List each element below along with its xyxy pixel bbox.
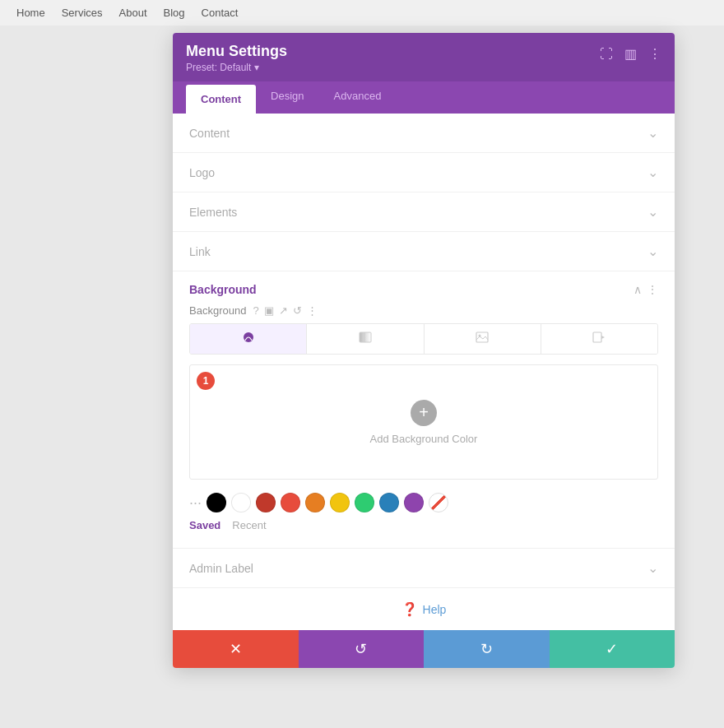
bg-section-header: Background ∧ ⋮	[189, 271, 658, 304]
swatch-none[interactable]	[429, 493, 448, 512]
swatch-tab-saved[interactable]: Saved	[189, 519, 220, 531]
admin-label-text: Admin Label	[189, 562, 253, 575]
section-admin-label[interactable]: Admin Label ⌄	[173, 549, 675, 588]
svg-marker-6	[601, 336, 605, 339]
swatch-darkred[interactable]	[256, 493, 276, 512]
section-elements[interactable]: Elements ⌄	[173, 192, 675, 232]
logo-chevron-icon: ⌄	[647, 165, 658, 180]
layout-icon[interactable]: ▥	[624, 46, 637, 62]
modal-preset[interactable]: Preset: Default ▾	[186, 62, 287, 73]
bg-collapse-icon[interactable]: ∧	[634, 283, 642, 296]
bg-type-color[interactable]	[190, 324, 307, 354]
color-swatches: ···	[189, 489, 658, 519]
modal-tabs: Content Design Advanced	[173, 81, 675, 114]
bg-type-gradient[interactable]	[307, 324, 424, 354]
save-button[interactable]: ✓	[550, 630, 675, 668]
section-link-label: Link	[189, 245, 211, 258]
nav-about[interactable]: About	[119, 7, 147, 19]
swatch-white[interactable]	[231, 493, 251, 512]
section-elements-label: Elements	[189, 206, 237, 219]
swatch-green[interactable]	[355, 493, 374, 512]
link-chevron-icon: ⌄	[647, 243, 658, 259]
tab-design[interactable]: Design	[256, 81, 318, 114]
nav-services[interactable]: Services	[62, 7, 103, 19]
fullscreen-icon[interactable]: ⛶	[600, 47, 613, 62]
section-link[interactable]: Link ⌄	[173, 232, 675, 271]
bg-help-icon[interactable]: ?	[253, 304, 258, 317]
section-content[interactable]: Content ⌄	[173, 114, 675, 153]
bg-section-title: Background	[189, 283, 257, 296]
elements-chevron-icon: ⌄	[647, 204, 658, 220]
bg-hover-icon[interactable]: ↗	[279, 304, 288, 317]
section-content-label: Content	[189, 127, 230, 140]
bg-more-icon[interactable]: ⋮	[647, 283, 658, 296]
section-logo[interactable]: Logo ⌄	[173, 153, 675, 192]
swatch-orange[interactable]	[305, 493, 325, 512]
help-icon[interactable]: ❓	[401, 601, 418, 617]
menu-settings-modal: Menu Settings Preset: Default ▾ ⛶ ▥ ⋮ Co…	[173, 33, 675, 668]
swatch-blue[interactable]	[379, 493, 399, 512]
bg-label: Background	[189, 304, 246, 317]
help-row: ❓ Help	[173, 588, 675, 630]
section-logo-label: Logo	[189, 166, 215, 179]
modal-header: Menu Settings Preset: Default ▾ ⛶ ▥ ⋮	[173, 33, 675, 81]
undo-button[interactable]: ↺	[299, 630, 425, 668]
content-chevron-icon: ⌄	[647, 125, 658, 141]
bg-type-image[interactable]	[425, 324, 541, 354]
color-area: 1 + Add Background Color	[189, 364, 658, 480]
section-background: Background ∧ ⋮ Background ? ▣ ↗ ↺ ⋮	[173, 271, 675, 549]
nav-home[interactable]: Home	[16, 7, 45, 19]
add-bg-circle-icon: +	[411, 400, 437, 426]
svg-rect-1	[360, 332, 371, 342]
modal-header-icons: ⛶ ▥ ⋮	[600, 46, 661, 62]
swatch-tab-recent[interactable]: Recent	[232, 519, 266, 531]
svg-rect-5	[593, 332, 601, 342]
tab-content[interactable]: Content	[186, 85, 256, 114]
modal-body: Content ⌄ Logo ⌄ Elements ⌄ Link ⌄ Backg…	[173, 114, 675, 630]
more-options-icon[interactable]: ⋮	[648, 46, 661, 62]
add-background-color-btn[interactable]: + Add Background Color	[370, 400, 478, 445]
tab-advanced[interactable]: Advanced	[319, 81, 397, 114]
swatch-tabs: Saved Recent	[189, 519, 658, 535]
add-bg-label: Add Background Color	[370, 433, 478, 445]
swatch-red[interactable]	[281, 493, 300, 512]
swatch-purple[interactable]	[404, 493, 424, 512]
nav-blog[interactable]: Blog	[164, 7, 185, 19]
modal-footer: ✕ ↺ ↻ ✓	[173, 630, 675, 668]
bg-options-icon[interactable]: ⋮	[307, 304, 318, 317]
swatches-more-icon[interactable]: ···	[189, 494, 202, 512]
bg-reset-icon[interactable]: ↺	[293, 304, 302, 317]
bg-label-row: Background ? ▣ ↗ ↺ ⋮	[189, 304, 658, 317]
bg-label-icons: ? ▣ ↗ ↺ ⋮	[253, 304, 317, 317]
swatch-yellow[interactable]	[330, 493, 350, 512]
top-navigation: Home Services About Blog Contact	[0, 0, 724, 26]
redo-button[interactable]: ↻	[424, 630, 550, 668]
swatch-black[interactable]	[207, 493, 226, 512]
color-index-badge: 1	[197, 372, 215, 390]
bg-header-icons: ∧ ⋮	[634, 283, 658, 296]
bg-type-video[interactable]	[541, 324, 657, 354]
modal-title: Menu Settings	[186, 43, 287, 60]
cancel-button[interactable]: ✕	[173, 630, 299, 668]
bg-desktop-icon[interactable]: ▣	[264, 304, 274, 317]
admin-chevron-icon: ⌄	[647, 560, 658, 576]
nav-contact[interactable]: Contact	[202, 7, 239, 19]
bg-type-tabs	[189, 323, 658, 355]
help-text[interactable]: Help	[423, 603, 447, 616]
